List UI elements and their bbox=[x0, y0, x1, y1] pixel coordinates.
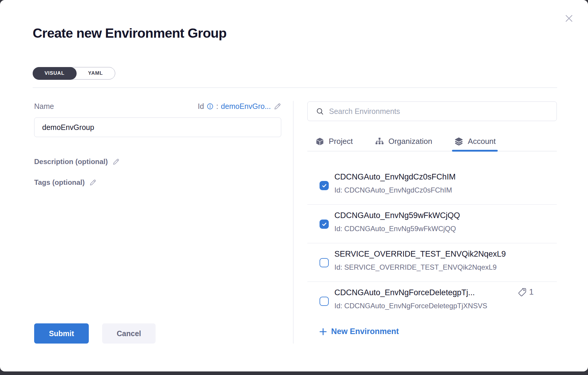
environment-id: Id: CDCNGAuto_EnvNgdCz0sFChIM bbox=[334, 186, 557, 194]
tab-account-label: Account bbox=[468, 137, 496, 146]
create-environment-group-modal: Create new Environment Group VISUAL YAML… bbox=[0, 0, 588, 371]
tab-project[interactable]: Project bbox=[313, 132, 355, 151]
name-label: Name bbox=[34, 102, 54, 111]
environment-id: Id: CDCNGAuto_EnvNgForceDeletegpTjXNSVS bbox=[334, 302, 557, 310]
environment-checkbox-unchecked[interactable] bbox=[320, 258, 329, 267]
new-environment-label: New Environment bbox=[331, 327, 399, 336]
tab-organization-label: Organization bbox=[388, 137, 432, 146]
scope-tabs: Project Organization Account bbox=[307, 132, 557, 151]
search-icon bbox=[316, 107, 324, 115]
info-icon[interactable] bbox=[207, 103, 214, 110]
toggle-yaml[interactable]: YAML bbox=[76, 67, 115, 79]
tab-account[interactable]: Account bbox=[452, 132, 498, 151]
header-divider bbox=[33, 88, 557, 88]
tags-label: Tags (optional) bbox=[34, 178, 85, 187]
tab-organization[interactable]: Organization bbox=[373, 132, 434, 151]
environment-id: Id: CDCNGAuto_EnvNg59wFkWCjQQ bbox=[334, 225, 557, 233]
name-input[interactable] bbox=[34, 117, 281, 137]
environment-checkbox-checked[interactable] bbox=[320, 181, 329, 190]
panel-divider bbox=[293, 101, 293, 344]
close-icon[interactable] bbox=[562, 12, 576, 25]
environment-row[interactable]: CDCNGAuto_EnvNg59wFkWCjQQ Id: CDCNGAuto_… bbox=[307, 205, 557, 243]
environment-checkbox-checked[interactable] bbox=[320, 220, 329, 229]
environment-row[interactable]: SERVICE_OVERRIDE_TEST_ENVQik2NqexL9 Id: … bbox=[307, 243, 557, 282]
environment-name: CDCNGAuto_EnvNg59wFkWCjQQ bbox=[334, 211, 557, 220]
environment-name: CDCNGAuto_EnvNgdCz0sFChIM bbox=[334, 172, 557, 182]
search-environments-box bbox=[307, 101, 557, 121]
edit-tags-pencil-icon[interactable] bbox=[89, 179, 97, 186]
name-id-row: Name Id : demoEnvGro... bbox=[34, 102, 281, 111]
environment-text: SERVICE_OVERRIDE_TEST_ENVQik2NqexL9 Id: … bbox=[334, 243, 557, 271]
id-value-link[interactable]: demoEnvGro... bbox=[221, 102, 271, 111]
visual-yaml-toggle: VISUAL YAML bbox=[33, 67, 115, 80]
tags-row: Tags (optional) bbox=[34, 178, 97, 187]
id-colon: : bbox=[216, 102, 218, 111]
new-environment-button[interactable]: New Environment bbox=[319, 327, 399, 336]
environment-id: Id: SERVICE_OVERRIDE_TEST_ENVQik2NqexL9 bbox=[334, 263, 557, 271]
description-label: Description (optional) bbox=[34, 158, 108, 166]
environment-text: CDCNGAuto_EnvNgdCz0sFChIM Id: CDCNGAuto_… bbox=[334, 166, 557, 194]
layers-icon bbox=[454, 137, 464, 146]
cube-icon bbox=[315, 137, 325, 146]
environment-row[interactable]: CDCNGAuto_EnvNgdCz0sFChIM Id: CDCNGAuto_… bbox=[307, 166, 557, 205]
id-label: Id bbox=[198, 102, 204, 111]
id-cluster: Id : demoEnvGro... bbox=[198, 102, 281, 111]
edit-id-pencil-icon[interactable] bbox=[274, 103, 281, 110]
toggle-visual[interactable]: VISUAL bbox=[33, 67, 77, 80]
submit-button[interactable]: Submit bbox=[34, 323, 89, 344]
tag-icon bbox=[518, 287, 527, 297]
environment-list: CDCNGAuto_EnvNgdCz0sFChIM Id: CDCNGAuto_… bbox=[307, 166, 557, 311]
description-row: Description (optional) bbox=[34, 158, 120, 166]
page-title: Create new Environment Group bbox=[33, 26, 227, 41]
environment-name: SERVICE_OVERRIDE_TEST_ENVQik2NqexL9 bbox=[334, 250, 557, 259]
environment-row[interactable]: CDCNGAuto_EnvNgForceDeletegpTj... Id: CD… bbox=[307, 282, 557, 311]
tag-count: 1 bbox=[529, 287, 534, 297]
environment-text: CDCNGAuto_EnvNg59wFkWCjQQ Id: CDCNGAuto_… bbox=[334, 205, 557, 233]
environment-checkbox-unchecked[interactable] bbox=[320, 297, 329, 306]
plus-icon bbox=[319, 328, 327, 336]
edit-description-pencil-icon[interactable] bbox=[112, 158, 120, 166]
cancel-button[interactable]: Cancel bbox=[102, 323, 156, 344]
tab-project-label: Project bbox=[329, 137, 353, 146]
search-input[interactable] bbox=[329, 107, 551, 116]
tag-count-badge: 1 bbox=[518, 287, 534, 297]
sitemap-icon bbox=[375, 137, 384, 146]
